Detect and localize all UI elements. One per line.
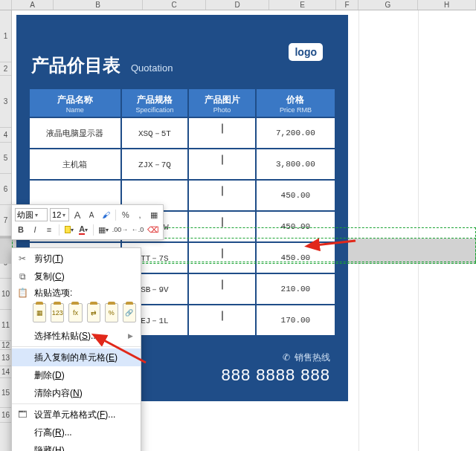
menu-format-cells[interactable]: 🗔 设置单元格格式(F)...: [12, 406, 141, 424]
monitor-icon: [209, 280, 236, 298]
mini-toolbar[interactable]: 幼圆▾ 12▾ A A 🖌 % , ▦ B I ≡ ▾ A▾ ▦▾ .00→ ←…: [11, 204, 164, 240]
row-11[interactable]: 11: [0, 310, 11, 341]
menu-paste-special[interactable]: 选择性粘贴(S)... ▶: [12, 327, 141, 345]
row-3[interactable]: 3: [0, 76, 11, 128]
row-7[interactable]: 7: [0, 205, 11, 236]
paste-option-transpose[interactable]: ⇄: [87, 303, 100, 322]
cell-photo[interactable]: [188, 305, 256, 336]
copy-icon: ⧉: [16, 271, 28, 282]
cell-photo[interactable]: [188, 180, 256, 211]
menu-cut[interactable]: ✂ 剪切(T): [12, 250, 141, 267]
logo-badge: logo: [289, 43, 323, 61]
font-color-button[interactable]: A▾: [77, 223, 89, 236]
cell-name[interactable]: 主机箱: [29, 149, 121, 180]
th-price[interactable]: 价格Price RMB: [256, 88, 335, 117]
paste-option-formatting[interactable]: %: [105, 303, 118, 322]
fill-color-button[interactable]: ▾: [63, 223, 75, 236]
menu-paste-options-label: 📋 粘贴选项:: [12, 285, 141, 300]
cell-photo[interactable]: [188, 117, 256, 149]
cell-price[interactable]: 450.00: [256, 211, 335, 242]
row-16[interactable]: 16: [0, 408, 11, 423]
cell-photo[interactable]: [188, 273, 256, 305]
monitor-icon: [209, 311, 236, 329]
decrease-font-button[interactable]: A: [86, 208, 97, 221]
row-headers: 1 2 3 4 5 6 7 8 9 10 11 12 13 14 15 16: [0, 10, 12, 451]
menu-copy[interactable]: ⧉ 复制(C): [12, 267, 141, 285]
col-G[interactable]: G: [358, 0, 418, 10]
cell-spec[interactable]: XSQ－5T: [121, 117, 189, 149]
italic-button[interactable]: I: [29, 223, 41, 236]
row-12[interactable]: 12: [0, 341, 11, 350]
decrease-decimal-button[interactable]: ←.0: [131, 223, 144, 236]
monitor-icon: [209, 249, 236, 267]
font-size-select[interactable]: 12▾: [50, 208, 69, 221]
col-C[interactable]: C: [143, 0, 206, 10]
col-B[interactable]: B: [54, 0, 143, 10]
paste-option-values[interactable]: 123: [51, 303, 64, 322]
monitor-icon: [209, 218, 236, 236]
paste-option-link[interactable]: 🔗: [123, 303, 136, 322]
align-center-icon[interactable]: ≡: [43, 223, 55, 236]
col-F[interactable]: F: [336, 0, 358, 10]
menu-delete[interactable]: 删除(D): [12, 366, 141, 384]
border-button[interactable]: ▦▾: [97, 223, 109, 236]
cell-name[interactable]: 液晶电脑显示器: [29, 117, 121, 149]
menu-hide[interactable]: 隐藏(H): [12, 441, 141, 451]
cell-price[interactable]: 3,800.00: [256, 149, 335, 180]
row-6[interactable]: 6: [0, 174, 11, 205]
row-2[interactable]: 2: [0, 62, 11, 76]
row-14[interactable]: 14: [0, 366, 11, 378]
row-13[interactable]: 13: [0, 350, 11, 366]
bold-button[interactable]: B: [15, 223, 27, 236]
monitor-icon: [209, 124, 236, 142]
format-cells-icon: 🗔: [16, 409, 28, 420]
menu-row-height[interactable]: 行高(R)...: [12, 424, 141, 441]
clear-format-icon[interactable]: ⌫: [147, 223, 160, 236]
row-1[interactable]: 1: [0, 10, 11, 62]
cell-price[interactable]: 7,200.00: [256, 117, 335, 149]
col-E[interactable]: E: [269, 0, 336, 10]
clipboard-icon: 📋: [16, 288, 28, 298]
cell-price[interactable]: 170.00: [256, 305, 335, 336]
menu-clear-contents[interactable]: 清除内容(N): [12, 384, 141, 402]
column-headers: A B C D E F G H: [0, 0, 476, 10]
row-5[interactable]: 5: [0, 143, 11, 174]
increase-decimal-button[interactable]: .00→: [112, 223, 129, 236]
row-15[interactable]: 15: [0, 378, 11, 408]
col-H[interactable]: H: [418, 0, 476, 10]
conditional-format-icon[interactable]: ▦: [148, 208, 160, 221]
th-name[interactable]: 产品名称Name: [29, 88, 121, 117]
percent-format-button[interactable]: %: [120, 208, 132, 221]
scissors-icon: ✂: [16, 253, 28, 264]
menu-insert-copied-cells[interactable]: 插入复制的单元格(E): [12, 348, 141, 366]
comma-format-button[interactable]: ,: [134, 208, 146, 221]
th-photo[interactable]: 产品图片Photo: [188, 88, 256, 117]
format-painter-icon[interactable]: 🖌: [100, 208, 112, 221]
paste-options-row: ▦ 123 fx ⇄ % 🔗: [12, 300, 141, 327]
table-row[interactable]: 液晶电脑显示器XSQ－5T7,200.00: [29, 117, 335, 149]
row-10[interactable]: 10: [0, 279, 11, 310]
th-spec[interactable]: 产品规格Specification: [121, 88, 189, 117]
cell-photo[interactable]: [188, 149, 256, 180]
paste-option-formulas[interactable]: fx: [68, 303, 82, 322]
row-4[interactable]: 4: [0, 128, 11, 143]
page-title: 产品价目表: [31, 53, 120, 77]
monitor-icon: [209, 186, 236, 204]
cell-photo[interactable]: [188, 242, 256, 273]
col-A[interactable]: A: [12, 0, 54, 10]
cell-spec[interactable]: ZJX－7Q: [121, 149, 189, 180]
col-D[interactable]: D: [206, 0, 269, 10]
increase-font-button[interactable]: A: [71, 208, 83, 221]
page-subtitle: Quotation: [131, 62, 173, 74]
cell-photo[interactable]: [188, 211, 256, 242]
cell-price[interactable]: 210.00: [256, 273, 335, 305]
paste-option-all[interactable]: ▦: [33, 303, 46, 322]
context-menu[interactable]: ✂ 剪切(T) ⧉ 复制(C) 📋 粘贴选项: ▦ 123 fx ⇄ % 🔗 选…: [11, 247, 141, 451]
table-row[interactable]: 主机箱ZJX－7Q3,800.00: [29, 149, 335, 180]
cell-price[interactable]: 450.00: [256, 242, 335, 273]
monitor-icon: [209, 155, 236, 173]
cell-price[interactable]: 450.00: [256, 180, 335, 211]
font-family-select[interactable]: 幼圆▾: [15, 208, 48, 221]
